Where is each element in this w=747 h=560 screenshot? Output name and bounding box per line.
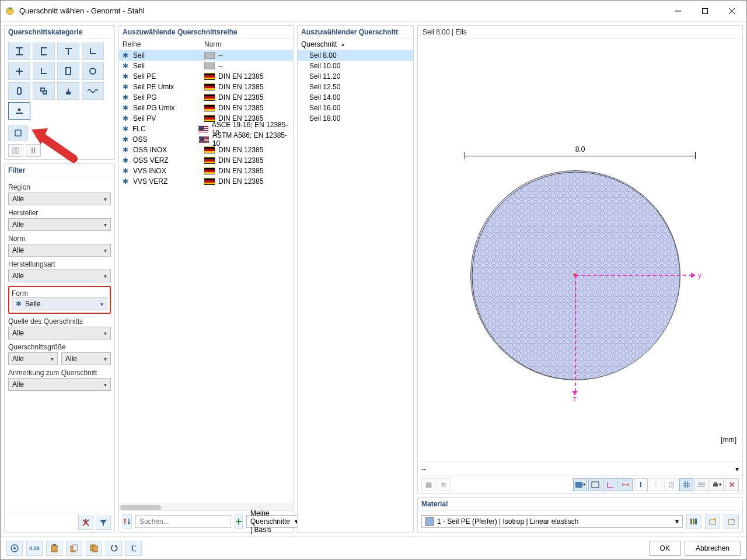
section-list[interactable]: Seil 8.00Seil 10.00Seil 11.20Seil 12.50S… (298, 50, 413, 532)
cat-angle2[interactable] (33, 62, 55, 80)
filter-reset-button[interactable] (78, 516, 93, 530)
groesse-a-select[interactable]: Alle▾ (8, 352, 58, 365)
bb-dimensions[interactable]: Ibh (125, 541, 142, 556)
svg-rect-41 (693, 519, 694, 524)
form-select[interactable]: ✱Seile ▾ (12, 298, 107, 310)
section-row[interactable]: Seil 8.00 (298, 50, 413, 61)
bb-info[interactable] (6, 541, 23, 556)
series-sort-button[interactable] (123, 514, 132, 528)
cat-z[interactable] (33, 82, 55, 100)
bottom-bar: 0,00 Ibh OK Abbrechen (1, 536, 746, 559)
maximize-button[interactable] (692, 2, 718, 20)
cat-circ-hollow[interactable] (82, 62, 104, 80)
tb-axes[interactable] (603, 478, 617, 491)
svg-rect-10 (41, 47, 42, 55)
cat-t[interactable] (57, 43, 79, 60)
preview-panel: Seil 8.00 | Elis 8.0 (417, 25, 743, 494)
chevron-down-icon: ▾ (104, 273, 107, 279)
material-new-button[interactable] (705, 514, 720, 528)
series-basis-combo[interactable]: Meine Querschnitte | Basis▾ (246, 515, 302, 528)
section-row[interactable]: Seil 14.00 (298, 92, 413, 103)
section-row[interactable]: Seil 10.00 (298, 61, 413, 71)
series-columns[interactable]: Reihe Norm (119, 39, 293, 50)
cat-user-defined[interactable] (8, 125, 28, 141)
herstellung-select[interactable]: Alle▾ (8, 270, 111, 282)
chevron-down-icon: ▾ (104, 382, 107, 388)
section-row[interactable]: Seil 11.20 (298, 71, 413, 82)
cat-group-toggle-1[interactable] (8, 144, 23, 157)
bb-reset[interactable] (106, 541, 122, 556)
bb-duplicate[interactable] (86, 541, 102, 556)
series-row[interactable]: ✱Seil PE UmixDIN EN 12385 (119, 82, 293, 92)
hersteller-label: Hersteller (8, 209, 111, 217)
cat-inv-t[interactable] (8, 62, 30, 80)
series-row[interactable]: ✱Seil PEDIN EN 12385 (119, 71, 293, 82)
flag-icon (204, 146, 215, 153)
series-list[interactable]: ✱Seil--✱Seil--✱Seil PEDIN EN 12385✱Seil … (119, 50, 293, 503)
cat-corrugated[interactable] (82, 82, 104, 100)
filter-header: Filter (5, 164, 114, 177)
material-edit-button[interactable] (724, 514, 739, 528)
cat-oval[interactable] (8, 82, 30, 100)
quelle-select[interactable]: Alle▾ (8, 327, 111, 340)
axis-z-label: z (573, 395, 577, 403)
cat-rect-hollow[interactable] (57, 62, 79, 80)
cat-group-toggle-2[interactable] (26, 144, 41, 157)
section-row[interactable]: Seil 16.00 (298, 103, 413, 113)
close-button[interactable] (718, 2, 745, 20)
cat-angle[interactable] (82, 43, 104, 60)
tb-view-solid[interactable]: ▾ (573, 478, 587, 491)
preview-canvas[interactable]: 8.0 (418, 39, 742, 461)
series-row[interactable]: ✱Seil PGDIN EN 12385 (119, 92, 293, 103)
tb-values[interactable] (694, 478, 708, 491)
material-header: Material (418, 498, 742, 511)
ok-button[interactable]: OK (649, 541, 681, 556)
section-row[interactable]: Seil 18.00 (298, 113, 413, 124)
tb-grid[interactable] (679, 478, 693, 491)
app-icon (5, 6, 15, 16)
tb-view-outline[interactable] (588, 478, 602, 491)
bb-paste[interactable] (46, 541, 62, 556)
series-row[interactable]: ✱OSSASTM A586; EN 12385-10 (119, 134, 293, 145)
series-row[interactable]: ✱OSS VERZDIN EN 12385 (119, 155, 293, 166)
tb-reset[interactable]: ✕ (725, 478, 739, 491)
flag-icon (204, 178, 215, 185)
cat-cable[interactable] (8, 102, 30, 120)
series-row[interactable]: ✱Seil PG UmixDIN EN 12385 (119, 103, 293, 113)
material-combo[interactable]: 1 - Seil PE (Pfeifer) | Isotrop | Linear… (421, 515, 683, 528)
tb-principal-i[interactable]: I (634, 478, 648, 491)
series-row[interactable]: ✱Seil-- (119, 50, 293, 61)
groesse-b-select[interactable]: Alle▾ (61, 352, 111, 365)
tb-dims[interactable] (619, 478, 633, 491)
series-search-input[interactable] (135, 515, 231, 528)
tb-principal-i2[interactable]: I (649, 478, 663, 491)
cancel-button[interactable]: Abbrechen (685, 541, 741, 556)
tb-print[interactable]: ▾ (710, 478, 724, 491)
material-library-button[interactable] (686, 514, 701, 528)
tb-center[interactable]: ⊡ (664, 478, 678, 491)
series-row[interactable]: ✱VVS VERZDIN EN 12385 (119, 176, 293, 187)
norm-select[interactable]: Alle▾ (8, 244, 111, 257)
cat-channel[interactable] (33, 43, 55, 60)
chevron-down-icon: ▾ (104, 222, 107, 228)
svg-rect-53 (93, 546, 97, 552)
cat-i[interactable] (8, 43, 30, 60)
preview-status-combo[interactable]: --▾ (418, 463, 742, 475)
region-select[interactable]: Alle▾ (8, 192, 111, 205)
series-row[interactable]: ✱Seil-- (119, 61, 293, 71)
section-column-header[interactable]: Querschnitt▲ (298, 39, 413, 50)
section-row[interactable]: Seil 12.50 (298, 82, 413, 92)
filter-toggle-button[interactable] (96, 516, 111, 530)
minimize-button[interactable] (665, 2, 692, 20)
series-row[interactable]: ✱VVS INOXDIN EN 12385 (119, 166, 293, 176)
tb-stress-2[interactable]: ≋ (437, 478, 451, 491)
hersteller-select[interactable]: Alle▾ (8, 218, 111, 231)
cat-solid[interactable] (57, 82, 79, 100)
bb-units[interactable]: 0,00 (26, 541, 43, 556)
svg-rect-25 (13, 148, 15, 153)
anmerkung-select[interactable]: Alle▾ (8, 378, 111, 391)
series-hscroll[interactable] (119, 503, 293, 510)
series-add-button[interactable] (235, 514, 243, 528)
tb-stress-1[interactable]: ▦ (421, 478, 435, 491)
bb-copy[interactable] (66, 541, 82, 556)
